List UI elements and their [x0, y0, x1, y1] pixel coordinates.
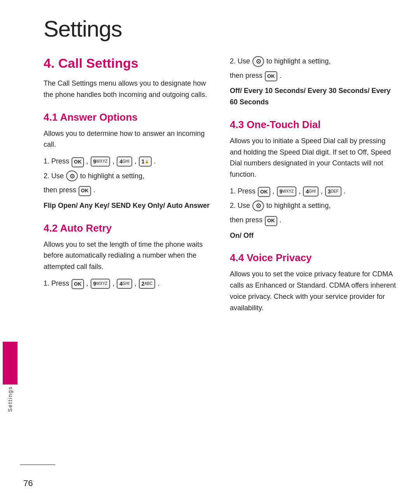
page: Settings 76 Settings 4. Call Settings Th…: [0, 0, 420, 504]
step1-43-label: 1. Press: [230, 186, 256, 197]
key-ok-41-2: OK: [79, 186, 91, 196]
sidebar-label: Settings: [7, 386, 13, 412]
comma3: ,: [135, 156, 136, 167]
then-press-43: then press: [230, 214, 262, 226]
section42-step1: 1. Press OK , 9WXYZ , 4GHI , 2ABC .: [44, 278, 210, 289]
then-press-41: then press: [44, 184, 76, 196]
key-9-42: 9WXYZ: [91, 279, 110, 289]
section43-options: On/ Off: [230, 230, 397, 241]
key-4-42: 4GHI: [117, 279, 132, 289]
sidebar: Settings: [0, 0, 20, 504]
section43-step2: 2. Use ⊙ to highlight a setting,: [230, 200, 397, 211]
period1: .: [154, 156, 156, 167]
section42-title: 4.2 Auto Retry: [44, 222, 210, 234]
section41-step2: 2. Use ⊙ to highlight a setting,: [44, 170, 210, 182]
section4-title: 4. Call Settings: [44, 56, 210, 71]
step1-label: 1. Press: [44, 156, 69, 167]
two-column-layout: 4. Call Settings The Call Settings menu …: [44, 56, 397, 488]
key-ok-43-2: OK: [265, 216, 277, 226]
comma2: ,: [112, 156, 114, 167]
section41-desc: Allows you to determine how to answer an…: [44, 128, 210, 151]
key-ok-41-1: OK: [72, 157, 84, 167]
left-column: 4. Call Settings The Call Settings menu …: [44, 56, 210, 488]
key-2-42: 2ABC: [139, 279, 155, 289]
comma4: ,: [86, 278, 88, 289]
main-content: Settings 4. Call Settings The Call Setti…: [20, 0, 420, 504]
section41-step1: 1. Press OK , 9WXYZ , 4GHI , 1🔒 .: [44, 156, 210, 167]
section42-options: Off/ Every 10 Seconds/ Every 30 Seconds/…: [230, 85, 397, 108]
period3: .: [158, 278, 159, 289]
key-3-43: 3DEF: [325, 186, 341, 197]
key-ok-42-2: OK: [265, 71, 277, 81]
step2-label: 2. Use: [44, 170, 64, 182]
step2b: to highlight a setting,: [80, 170, 144, 182]
key-nav-42: ⊙: [252, 56, 264, 67]
then-press-42: then press: [230, 70, 262, 81]
key-1-41: 1🔒: [139, 156, 152, 167]
bottom-separator: [20, 464, 55, 465]
comma6: ,: [135, 278, 136, 289]
page-number: 76: [23, 478, 33, 488]
step2-42-label: 2. Use: [230, 56, 250, 67]
key-4-43: 4GHI: [303, 186, 318, 197]
section41-options: Flip Open/ Any Key/ SEND Key Only/ Auto …: [44, 200, 210, 211]
key-4-41: 4GHI: [117, 156, 132, 167]
key-9-41: 9WXYZ: [91, 156, 110, 167]
comma9: ,: [321, 186, 323, 197]
section43-title: 4.3 One-Touch Dial: [230, 119, 397, 131]
key-9-43: 9WXYZ: [277, 186, 297, 197]
key-ok-43-1: OK: [258, 187, 270, 197]
comma8: ,: [299, 186, 301, 197]
section43-step1: 1. Press OK , 9WXYZ , 4GHI , 3DEF .: [230, 186, 397, 197]
key-ok-42-1: OK: [72, 279, 84, 289]
step2b-42: to highlight a setting,: [266, 56, 331, 67]
period5: .: [344, 186, 346, 197]
key-nav-41: ⊙: [66, 170, 78, 181]
period4: .: [280, 70, 282, 81]
key-nav-43: ⊙: [252, 200, 264, 211]
right-column: 2. Use ⊙ to highlight a setting, then pr…: [230, 56, 397, 488]
section44-desc: Allows you to set the voice privacy feat…: [230, 269, 397, 313]
section41-step2c: then press OK .: [44, 184, 210, 196]
period2: .: [93, 184, 95, 196]
section4-intro: The Call Settings menu allows you to des…: [44, 78, 210, 100]
section43-desc: Allows you to initiate a Speed Dial call…: [230, 135, 397, 180]
section42-desc: Allows you to set the length of time the…: [44, 239, 210, 272]
sidebar-text-wrapper: Settings: [7, 386, 13, 412]
comma1: ,: [86, 156, 88, 167]
comma5: ,: [112, 278, 114, 289]
page-title: Settings: [44, 16, 397, 42]
section44-title: 4.4 Voice Privacy: [230, 252, 397, 264]
step2b-43: to highlight a setting,: [266, 200, 331, 211]
period6: .: [280, 214, 282, 226]
sidebar-accent: [3, 342, 18, 385]
section41-title: 4.1 Answer Options: [44, 111, 210, 123]
step2-43-label: 2. Use: [230, 200, 250, 211]
comma7: ,: [273, 186, 275, 197]
step1-42-label: 1. Press: [44, 278, 69, 289]
section43-step2c: then press OK .: [230, 214, 397, 226]
section42-step2: 2. Use ⊙ to highlight a setting,: [230, 56, 397, 67]
section42-step2c: then press OK .: [230, 70, 397, 81]
